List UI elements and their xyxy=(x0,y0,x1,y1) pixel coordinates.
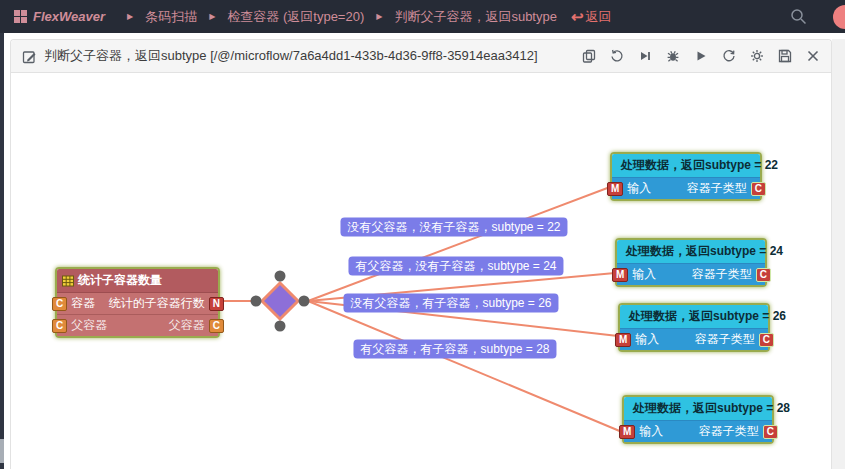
port-label-out: 容器子类型 xyxy=(695,331,755,348)
panel-toolbar xyxy=(581,48,821,64)
undo-icon[interactable] xyxy=(609,48,625,64)
breadcrumb-item-3[interactable]: 判断父子容器，返回subtype xyxy=(394,8,557,26)
breadcrumb-arrow-icon: ▶ xyxy=(376,12,382,21)
breadcrumb-arrow-icon: ▶ xyxy=(209,12,215,21)
node-row: M 输入 容器子类型 C xyxy=(624,420,772,442)
page-title: 判断父子容器，返回subtype [/@/microflow/7a6a4dd1-… xyxy=(44,47,538,65)
edge-label-subtype-22[interactable]: 没有父容器，没有子容器，subtype = 22 xyxy=(340,218,567,237)
node-row: M 输入 容器子类型 C xyxy=(617,263,765,285)
port-label-in: 输入 xyxy=(639,423,663,440)
breadcrumb-arrow-icon: ▶ xyxy=(127,12,133,21)
topbar: FlexWeaver ▶ 条码扫描 ▶ 检查容器 (返回type=20) ▶ 判… xyxy=(0,0,845,33)
node-header: 处理数据，返回subtype = 26 xyxy=(620,305,768,328)
port-badge-in[interactable]: C xyxy=(52,297,67,311)
copy-icon[interactable] xyxy=(581,48,597,64)
port-badge-in[interactable]: M xyxy=(619,425,635,439)
node-title: 处理数据，返回subtype = 26 xyxy=(629,308,786,325)
node-row: C 父容器 父容器 C xyxy=(57,314,218,336)
port-badge-out[interactable]: C xyxy=(759,333,774,347)
edge-label-subtype-24[interactable]: 有父容器，没有子容器，subtype = 24 xyxy=(348,257,563,276)
port-badge-out[interactable]: C xyxy=(209,319,224,333)
node-header: 处理数据，返回subtype = 24 xyxy=(617,240,765,263)
decision-diamond[interactable] xyxy=(262,283,298,319)
node-row: M 输入 容器子类型 C xyxy=(620,328,768,350)
table-grid-icon xyxy=(62,275,74,287)
node-header: 处理数据，返回subtype = 22 xyxy=(612,154,760,177)
app-logo[interactable]: FlexWeaver xyxy=(14,9,105,24)
diamond-port-right xyxy=(299,296,310,307)
node-title: 处理数据，返回subtype = 28 xyxy=(633,400,790,417)
avatar[interactable] xyxy=(833,5,845,29)
port-label-out: 父容器 xyxy=(169,317,205,334)
port-badge-in[interactable]: M xyxy=(612,268,628,282)
left-scrollbar-thumb[interactable] xyxy=(0,439,4,463)
logo-grid-icon xyxy=(14,10,27,23)
vertical-scrollbar[interactable] xyxy=(832,39,845,469)
edge-label-subtype-26[interactable]: 没有父容器，有子容器，subtype = 26 xyxy=(343,294,558,313)
port-label-in: 容器 xyxy=(71,295,95,312)
panel-header: 判断父子容器，返回subtype [/@/microflow/7a6a4dd1-… xyxy=(11,40,831,73)
port-badge-out[interactable]: N xyxy=(209,297,224,311)
flow-canvas[interactable]: 没有父容器，没有子容器，subtype = 22 有父容器，没有子容器，subt… xyxy=(11,73,831,469)
run-play-icon[interactable] xyxy=(693,48,709,64)
node-row: C 容器 统计的子容器行数 N xyxy=(57,293,218,314)
node-count-children[interactable]: 统计子容器数量 C 容器 统计的子容器行数 N C 父容器 父容器 C xyxy=(55,267,220,338)
node-header: 处理数据，返回subtype = 28 xyxy=(624,397,772,420)
diamond-port-top xyxy=(275,271,286,282)
port-badge-in[interactable]: C xyxy=(52,319,67,333)
port-label-out: 容器子类型 xyxy=(699,423,759,440)
port-label-out: 统计的子容器行数 xyxy=(109,295,205,312)
save-icon[interactable] xyxy=(777,48,793,64)
settings-gear-icon[interactable] xyxy=(749,48,765,64)
node-process-subtype-22[interactable]: 处理数据，返回subtype = 22 M 输入 容器子类型 C xyxy=(610,152,762,201)
node-title: 处理数据，返回subtype = 24 xyxy=(626,243,783,260)
return-arrow-icon: ↩ xyxy=(571,9,584,24)
node-row: M 输入 容器子类型 C xyxy=(612,177,760,199)
node-process-subtype-24[interactable]: 处理数据，返回subtype = 24 M 输入 容器子类型 C xyxy=(615,238,767,287)
edit-icon xyxy=(21,48,37,64)
port-badge-out[interactable]: C xyxy=(756,268,771,282)
breadcrumb-item-1[interactable]: 条码扫描 xyxy=(145,8,197,26)
edge-label-subtype-28[interactable]: 有父容器，有子容器，subtype = 28 xyxy=(353,340,556,359)
node-title: 处理数据，返回subtype = 22 xyxy=(621,157,778,174)
node-header: 统计子容器数量 xyxy=(57,269,218,293)
search-icon[interactable] xyxy=(790,8,807,25)
diamond-port-bottom xyxy=(275,321,286,332)
close-icon[interactable] xyxy=(805,48,821,64)
main-area: 判断父子容器，返回subtype [/@/microflow/7a6a4dd1-… xyxy=(0,33,845,469)
port-badge-in[interactable]: M xyxy=(615,333,631,347)
debug-bug-icon[interactable] xyxy=(665,48,681,64)
port-label-in: 输入 xyxy=(627,180,651,197)
flow-edge-subtype-28[interactable] xyxy=(308,301,622,432)
flow-edge-subtype-22[interactable] xyxy=(308,187,610,301)
return-button[interactable]: ↩ 返回 xyxy=(571,8,612,26)
breadcrumb-item-2[interactable]: 检查容器 (返回type=20) xyxy=(227,8,364,26)
port-label-out: 容器子类型 xyxy=(692,266,752,283)
left-sidebar-edge xyxy=(0,33,4,469)
port-badge-out[interactable]: C xyxy=(751,182,766,196)
refresh-icon[interactable] xyxy=(721,48,737,64)
step-forward-icon[interactable] xyxy=(637,48,653,64)
port-label-in: 输入 xyxy=(635,331,659,348)
port-badge-out[interactable]: C xyxy=(763,425,778,439)
diamond-port-left xyxy=(251,296,262,307)
port-badge-in[interactable]: M xyxy=(607,182,623,196)
microflow-panel: 判断父子容器，返回subtype [/@/microflow/7a6a4dd1-… xyxy=(10,39,832,469)
port-label-in: 父容器 xyxy=(71,317,107,334)
node-title: 统计子容器数量 xyxy=(78,272,162,289)
node-process-subtype-28[interactable]: 处理数据，返回subtype = 28 M 输入 容器子类型 C xyxy=(622,395,774,444)
logo-text: FlexWeaver xyxy=(33,9,105,24)
return-label: 返回 xyxy=(586,8,612,26)
port-label-out: 容器子类型 xyxy=(687,180,747,197)
node-process-subtype-26[interactable]: 处理数据，返回subtype = 26 M 输入 容器子类型 C xyxy=(618,303,770,352)
port-label-in: 输入 xyxy=(632,266,656,283)
